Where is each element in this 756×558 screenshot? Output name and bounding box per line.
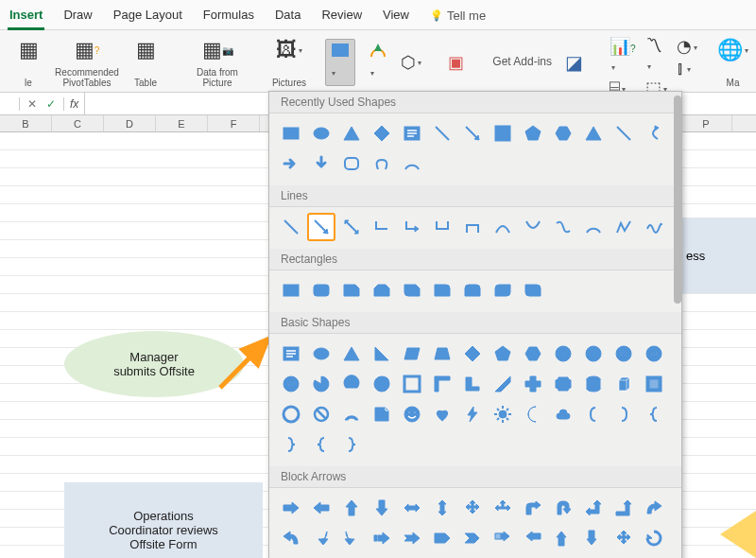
- shape-brace-l2[interactable]: [307, 430, 335, 459]
- shape-moon[interactable]: [519, 400, 547, 428]
- shape-left-right[interactable]: [398, 494, 426, 522]
- shape-arrow[interactable]: [458, 119, 487, 148]
- shape-trapezoid[interactable]: [428, 340, 456, 368]
- shape-brace-r[interactable]: [277, 430, 305, 459]
- shape-up-down[interactable]: [428, 494, 456, 522]
- visio-button[interactable]: ◪: [565, 36, 583, 88]
- shape-no-symbol[interactable]: [307, 400, 335, 428]
- shape-circular[interactable]: [640, 524, 668, 552]
- shape-rect-fill[interactable]: [489, 119, 517, 148]
- shape-dodecagon[interactable]: 12: [640, 340, 668, 368]
- shape-rt-triangle[interactable]: [368, 340, 396, 368]
- pivot-partial[interactable]: ▦ le: [6, 36, 51, 88]
- shape-bracket-l[interactable]: [579, 400, 608, 428]
- shape-heart[interactable]: [428, 400, 456, 428]
- shape-line-double[interactable]: [337, 213, 366, 241]
- data-from-picture[interactable]: ▦📷 Data from Picture: [195, 36, 240, 88]
- table-button[interactable]: ▦ Table: [123, 36, 168, 88]
- shape-line[interactable]: [428, 119, 456, 148]
- shape-snip2[interactable]: [368, 276, 396, 305]
- shape-triangle[interactable]: [337, 340, 366, 368]
- tab-data[interactable]: Data: [273, 4, 302, 29]
- shape-quad[interactable]: [458, 494, 487, 522]
- shape-bracket-r[interactable]: [610, 400, 638, 428]
- shape-callout-l[interactable]: [519, 524, 547, 552]
- shape-half-frame[interactable]: [428, 370, 456, 398]
- shape-snip1[interactable]: [337, 276, 366, 305]
- shape-arc[interactable]: [398, 149, 426, 178]
- shape-s-curve[interactable]: [549, 213, 577, 241]
- shape-octagon[interactable]: 8: [579, 340, 608, 368]
- col-f[interactable]: F: [208, 115, 260, 131]
- tab-formulas[interactable]: Formulas: [201, 4, 256, 29]
- shape-cube[interactable]: [610, 370, 638, 398]
- shape-up[interactable]: [337, 494, 366, 522]
- accept-icon[interactable]: ✓: [46, 97, 56, 111]
- col-d[interactable]: D: [104, 115, 156, 131]
- col-c[interactable]: C: [52, 115, 104, 131]
- shape-diamond[interactable]: [368, 119, 396, 148]
- shape-left-up[interactable]: [579, 494, 608, 522]
- shape-round2[interactable]: [458, 276, 487, 305]
- shape-round-rect[interactable]: [307, 276, 335, 305]
- shape-curve-d[interactable]: [337, 524, 366, 552]
- shape-round1[interactable]: [428, 276, 456, 305]
- shape-hexagon[interactable]: [519, 340, 547, 368]
- shape-arc[interactable]: [579, 213, 608, 241]
- chart-combo-icon[interactable]: ⫿: [677, 59, 697, 78]
- shape-rect[interactable]: [277, 119, 305, 148]
- shape-callout-r[interactable]: [489, 524, 517, 552]
- shape-cloud[interactable]: [549, 400, 577, 428]
- shape-pie[interactable]: [307, 370, 335, 398]
- shape-rect-round[interactable]: [337, 149, 366, 178]
- shape-triangle2[interactable]: [579, 119, 608, 148]
- shapes-button-active[interactable]: [325, 39, 355, 86]
- shape-line-arrow[interactable]: [307, 213, 335, 241]
- shape-teardrop[interactable]: [368, 370, 396, 398]
- shape-text[interactable]: [277, 340, 305, 368]
- shape-notched[interactable]: [398, 524, 426, 552]
- shape-pentagon[interactable]: [519, 119, 547, 148]
- shape-left[interactable]: [307, 494, 335, 522]
- shape-elbow2[interactable]: [398, 213, 426, 241]
- shape-arrow-right[interactable]: [277, 149, 305, 178]
- shape-pentagon-r[interactable]: [428, 524, 456, 552]
- shape-diamond[interactable]: [458, 340, 487, 368]
- shape-line2[interactable]: [610, 119, 638, 148]
- shape-text[interactable]: [398, 119, 426, 148]
- shape-curve-l[interactable]: [277, 524, 305, 552]
- chart-pie-icon[interactable]: ◔: [677, 36, 697, 57]
- chart-bar-icon[interactable]: 📊?: [610, 36, 636, 77]
- col-b[interactable]: B: [0, 115, 52, 131]
- shape-block-arc[interactable]: [337, 400, 366, 428]
- icons-button[interactable]: [369, 42, 387, 83]
- shape-arrow-down[interactable]: [307, 149, 335, 178]
- shape-curved[interactable]: [489, 213, 517, 241]
- shape-folded[interactable]: [368, 400, 396, 428]
- shape-brace-l[interactable]: [640, 400, 668, 428]
- shape-heptagon[interactable]: 7: [549, 340, 577, 368]
- shape-left-right-up[interactable]: [277, 554, 305, 558]
- shape-bent-r[interactable]: [519, 494, 547, 522]
- shape-tri[interactable]: [489, 494, 517, 522]
- worksheet-grid[interactable]: Manager submits Offsite Operations Coord…: [0, 132, 756, 558]
- shape-frame[interactable]: [398, 370, 426, 398]
- tab-page-layout[interactable]: Page Layout: [112, 4, 184, 29]
- shape-curve-u[interactable]: [307, 524, 335, 552]
- shape-round-diag[interactable]: [489, 276, 517, 305]
- shape-u-turn[interactable]: [549, 494, 577, 522]
- tab-draw[interactable]: Draw: [61, 4, 94, 29]
- shape-n12[interactable]: 12: [277, 370, 305, 398]
- shape-parallelogram[interactable]: [398, 340, 426, 368]
- shapes-scrollbar[interactable]: [674, 92, 681, 558]
- tab-view[interactable]: View: [381, 4, 411, 29]
- shape-oval[interactable]: [307, 119, 335, 148]
- shape-elbow[interactable]: [368, 213, 396, 241]
- shape-line[interactable]: [277, 213, 305, 241]
- shape-rect-ess[interactable]: ess: [680, 218, 756, 293]
- shape-snip-round[interactable]: [398, 276, 426, 305]
- shape-elbow4[interactable]: [458, 213, 487, 241]
- shape-chord[interactable]: [337, 370, 366, 398]
- shape-rect[interactable]: [277, 276, 305, 305]
- shape-callout-u[interactable]: [549, 524, 577, 552]
